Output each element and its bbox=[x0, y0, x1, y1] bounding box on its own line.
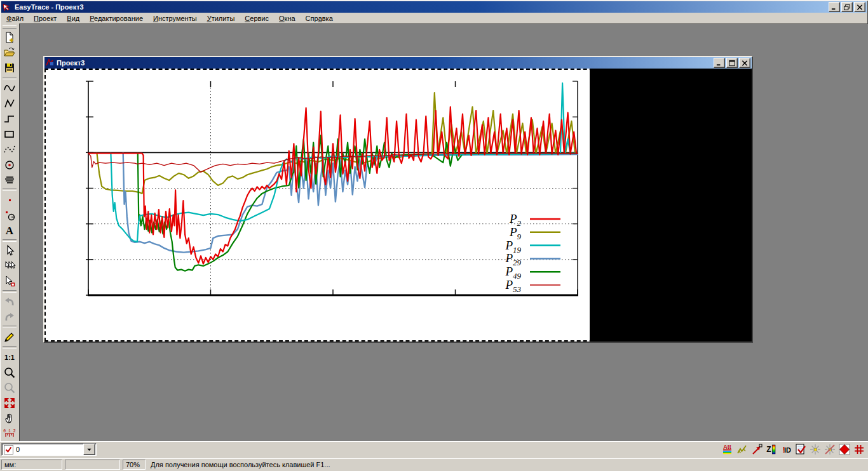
layer-combo-dropdown-button[interactable] bbox=[83, 444, 95, 455]
toolbar-separator bbox=[3, 239, 17, 242]
circle-point-tool-button[interactable] bbox=[1, 157, 18, 172]
point-tool-button[interactable] bbox=[1, 192, 18, 208]
toolbar-separator bbox=[3, 290, 17, 293]
undo-icon bbox=[3, 295, 16, 308]
restore-button[interactable] bbox=[841, 2, 853, 12]
status-bar: мм: 70% Для получения помощи воспользуйт… bbox=[0, 458, 868, 471]
menu-item-project[interactable]: Проект bbox=[29, 13, 62, 23]
fit-view-icon bbox=[3, 397, 16, 409]
toolbar-separator bbox=[3, 326, 17, 328]
polyline-tool-button[interactable] bbox=[1, 96, 18, 111]
grid-button[interactable] bbox=[852, 442, 865, 456]
easytrace-main-window: EasyTrace - Проект3 ФайлПроектВидРедакти… bbox=[0, 0, 868, 471]
polyline-tool-icon bbox=[3, 97, 16, 110]
open-project-button[interactable] bbox=[1, 45, 18, 60]
save-button[interactable] bbox=[1, 60, 18, 76]
zoom-tool-button[interactable] bbox=[1, 365, 18, 380]
goto-point-button[interactable] bbox=[750, 442, 763, 456]
project-child-window[interactable]: Проект3 P2P9P19P29P49P53 bbox=[43, 56, 753, 343]
layer-visible-checkbox[interactable] bbox=[4, 445, 13, 454]
open-folder-icon bbox=[3, 46, 16, 59]
symbol-point-tool-button[interactable] bbox=[1, 208, 18, 223]
flash-node-off-button bbox=[823, 442, 836, 456]
close-button[interactable] bbox=[854, 2, 865, 12]
svg-text:0 1 2: 0 1 2 bbox=[3, 429, 16, 434]
child-close-button[interactable] bbox=[739, 58, 750, 68]
dotted-curve-tool-button[interactable] bbox=[1, 142, 18, 157]
verify-button[interactable] bbox=[794, 442, 807, 456]
menu-bar: ФайлПроектВидРедактированиеИнструментыУт… bbox=[1, 13, 867, 24]
vectorize-button[interactable] bbox=[837, 442, 851, 456]
child-titlebar[interactable]: Проект3 bbox=[44, 57, 752, 69]
pencil-tool-icon bbox=[3, 331, 16, 343]
zoom-1to1-button[interactable]: 1:1 bbox=[1, 350, 18, 365]
rectangle-tool-button[interactable] bbox=[1, 126, 18, 142]
toolbar-separator bbox=[3, 346, 17, 348]
multi-select-tool-button[interactable] bbox=[1, 258, 18, 274]
right-toolbar: AttZ!ID bbox=[721, 442, 865, 456]
raster-canvas[interactable]: P2P9P19P29P49P53 bbox=[44, 69, 752, 342]
ruler-button[interactable]: 0 1 2 bbox=[1, 426, 18, 441]
magnifier-disabled-icon bbox=[3, 381, 16, 394]
redo-icon bbox=[3, 310, 16, 323]
app-icon bbox=[3, 3, 13, 11]
layer-combo[interactable]: 0 bbox=[1, 443, 97, 456]
status-zoom: 70% bbox=[123, 460, 146, 470]
rectangle-tool-icon bbox=[3, 128, 16, 140]
select-tool-button[interactable] bbox=[1, 243, 18, 258]
project-icon bbox=[46, 58, 55, 67]
new-project-button[interactable] bbox=[1, 30, 18, 45]
svg-text:ID: ID bbox=[784, 446, 791, 454]
step-line-tool-button[interactable] bbox=[1, 111, 18, 126]
mdi-workspace: Проект3 P2P9P19P29P49P53 bbox=[19, 23, 868, 441]
flash-node-button bbox=[808, 442, 822, 456]
toolbar-separator bbox=[3, 189, 17, 191]
main-titlebar[interactable]: EasyTrace - Проект3 bbox=[1, 1, 867, 13]
child-minimize-button[interactable] bbox=[714, 58, 725, 68]
object-select-tool-icon bbox=[3, 275, 16, 288]
menu-item-service[interactable]: Сервис bbox=[240, 13, 274, 23]
menu-item-utilities[interactable]: Утилиты bbox=[202, 13, 240, 23]
pan-tool-button[interactable] bbox=[1, 411, 18, 426]
zoom-region-button bbox=[1, 380, 18, 395]
point-tool-icon bbox=[3, 194, 16, 206]
svg-text:A: A bbox=[6, 225, 14, 237]
flash-node-icon bbox=[809, 443, 822, 456]
toolbar-grip[interactable] bbox=[3, 25, 17, 29]
pencil-tool-button[interactable] bbox=[1, 329, 18, 345]
hatch-tool-button[interactable] bbox=[1, 172, 18, 187]
menu-item-tools[interactable]: Инструменты bbox=[148, 13, 202, 23]
fit-view-button[interactable] bbox=[1, 395, 18, 411]
svg-text:Att: Att bbox=[723, 444, 731, 450]
menu-item-help[interactable]: Справка bbox=[301, 13, 338, 23]
spline-check-button[interactable] bbox=[735, 442, 749, 456]
status-units: мм: bbox=[1, 460, 62, 470]
spline-check-icon bbox=[736, 443, 749, 456]
traced-plot-image: P2P9P19P29P49P53 bbox=[44, 69, 590, 342]
save-icon bbox=[3, 62, 16, 74]
id-label-icon: !ID bbox=[780, 443, 792, 456]
curve-tool-button[interactable] bbox=[1, 81, 18, 96]
ruler-icon: 0 1 2 bbox=[3, 427, 16, 440]
svg-text:1:1: 1:1 bbox=[4, 354, 15, 361]
menu-item-view[interactable]: Вид bbox=[62, 13, 85, 23]
goto-arrow-icon bbox=[750, 443, 763, 456]
menu-item-windows[interactable]: Окна bbox=[274, 13, 301, 23]
raster-black-area bbox=[590, 69, 752, 342]
hand-icon bbox=[3, 412, 16, 425]
text-tool-button[interactable]: A bbox=[1, 223, 18, 238]
text-tool-icon: A bbox=[3, 224, 16, 237]
child-maximize-button[interactable] bbox=[726, 58, 738, 68]
z-palette-button[interactable]: Z bbox=[764, 442, 778, 456]
toolbar-separator bbox=[3, 77, 17, 79]
menu-item-edit[interactable]: Редактирование bbox=[85, 13, 148, 23]
id-labels-button[interactable]: !ID bbox=[779, 442, 792, 456]
object-select-tool-button[interactable] bbox=[1, 274, 18, 289]
att-icon: Att bbox=[721, 443, 734, 456]
attributes-button[interactable]: Att bbox=[721, 442, 734, 456]
symbol-point-tool-icon bbox=[3, 209, 16, 222]
bottom-toolbar: 0 AttZ!ID bbox=[0, 441, 868, 458]
menu-item-file[interactable]: Файл bbox=[1, 13, 29, 23]
curve-tool-icon bbox=[3, 82, 16, 95]
minimize-button[interactable] bbox=[829, 2, 840, 12]
